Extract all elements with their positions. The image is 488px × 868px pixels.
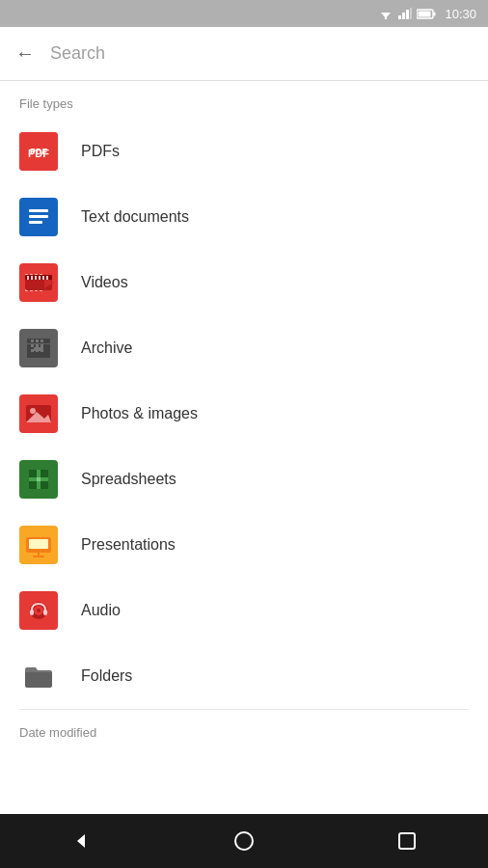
svg-point-62 xyxy=(37,609,41,612)
archive-icon xyxy=(19,329,58,367)
svg-rect-15 xyxy=(29,221,42,224)
list-item-archive[interactable]: Archive xyxy=(0,315,488,381)
svg-point-47 xyxy=(30,408,36,414)
svg-rect-57 xyxy=(38,553,40,556)
svg-rect-67 xyxy=(399,833,415,849)
folders-label: Folders xyxy=(81,667,132,685)
svg-rect-27 xyxy=(31,276,33,280)
svg-rect-13 xyxy=(29,209,48,212)
svg-rect-39 xyxy=(31,344,34,347)
pdf-icon: PDF xyxy=(19,132,58,171)
signal-icon xyxy=(398,8,412,19)
list-item-photos-images[interactable]: Photos & images xyxy=(0,381,488,447)
spreadsheets-label: Spreadsheets xyxy=(81,471,176,488)
archive-label: Archive xyxy=(81,339,132,357)
audio-label: Audio xyxy=(81,602,121,619)
svg-rect-4 xyxy=(402,13,405,19)
svg-point-2 xyxy=(385,17,387,19)
svg-rect-5 xyxy=(406,10,409,19)
svg-rect-14 xyxy=(29,215,48,218)
svg-rect-58 xyxy=(33,556,44,557)
svg-rect-31 xyxy=(46,276,48,280)
videos-label: Videos xyxy=(81,274,128,291)
svg-point-66 xyxy=(235,832,253,850)
video-icon xyxy=(19,263,58,302)
battery-icon xyxy=(417,9,436,19)
svg-marker-65 xyxy=(77,834,85,848)
date-modified-section: Date modified xyxy=(0,710,488,747)
list-item-pdfs[interactable]: PDF PDFs xyxy=(0,119,488,184)
list-item-folders[interactable]: Folders xyxy=(0,643,488,709)
svg-rect-28 xyxy=(35,276,37,280)
svg-rect-10 xyxy=(19,132,58,171)
status-icons: 10:30 xyxy=(378,7,476,21)
svg-rect-41 xyxy=(41,344,43,347)
svg-rect-36 xyxy=(31,339,34,342)
spreadsheets-icon xyxy=(19,460,58,499)
svg-rect-40 xyxy=(36,344,39,347)
file-types-header: File types xyxy=(0,81,488,119)
svg-rect-3 xyxy=(398,15,401,19)
pdf-label: PDFs xyxy=(81,143,120,160)
text-document-icon xyxy=(19,198,58,236)
status-bar: 10:30 xyxy=(0,0,488,27)
list-item-spreadsheets[interactable]: Spreadsheets xyxy=(0,447,488,512)
svg-rect-38 xyxy=(41,339,43,342)
back-button[interactable]: ← xyxy=(15,42,35,65)
svg-rect-43 xyxy=(36,349,39,352)
svg-rect-44 xyxy=(41,349,43,352)
home-nav-button[interactable] xyxy=(215,822,273,860)
audio-icon xyxy=(19,591,58,630)
status-time: 10:30 xyxy=(445,7,476,21)
svg-rect-6 xyxy=(410,8,412,19)
svg-rect-26 xyxy=(27,276,29,280)
date-modified-header: Date modified xyxy=(0,710,488,747)
back-nav-button[interactable] xyxy=(52,822,110,860)
svg-rect-64 xyxy=(43,610,47,615)
svg-rect-53 xyxy=(37,477,41,481)
svg-rect-8 xyxy=(434,12,436,15)
recent-nav-button[interactable] xyxy=(378,822,436,860)
wifi-icon xyxy=(378,8,393,19)
list-item-videos[interactable]: Videos xyxy=(0,250,488,315)
presentations-label: Presentations xyxy=(81,536,176,554)
svg-rect-56 xyxy=(29,539,48,549)
photos-images-label: Photos & images xyxy=(81,405,198,422)
list-item-audio[interactable]: Audio xyxy=(0,578,488,643)
svg-rect-63 xyxy=(30,610,34,615)
folders-icon xyxy=(19,657,58,695)
search-bar: ← xyxy=(0,27,488,81)
svg-rect-29 xyxy=(39,276,41,280)
presentations-icon xyxy=(19,526,58,564)
photos-images-icon xyxy=(19,394,58,433)
file-types-section: File types PDF PDFs Text documents xyxy=(0,81,488,709)
svg-text:PDF: PDF xyxy=(28,148,49,159)
search-input[interactable] xyxy=(50,43,473,64)
svg-rect-37 xyxy=(36,339,39,342)
svg-rect-30 xyxy=(42,276,44,280)
list-item-text-documents[interactable]: Text documents xyxy=(0,184,488,250)
text-documents-label: Text documents xyxy=(81,208,189,226)
svg-rect-9 xyxy=(419,11,431,16)
bottom-nav xyxy=(0,814,488,868)
list-item-presentations[interactable]: Presentations xyxy=(0,512,488,578)
svg-rect-42 xyxy=(31,349,34,352)
